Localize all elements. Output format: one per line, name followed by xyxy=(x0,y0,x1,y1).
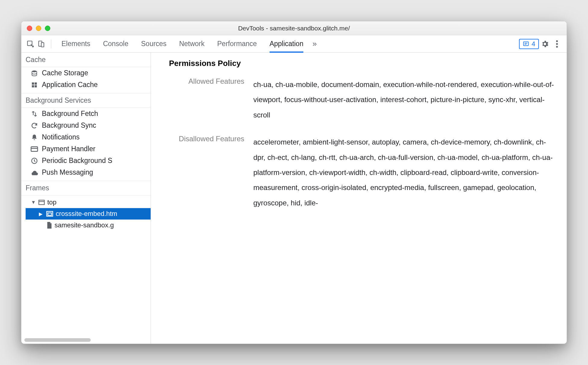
more-options-button[interactable] xyxy=(551,40,563,48)
allowed-features-label: Allowed Features xyxy=(169,77,244,123)
svg-rect-8 xyxy=(32,82,34,84)
frame-tree-item-samesite-sandbox[interactable]: samesite-sandbox.g xyxy=(26,220,151,231)
application-sidebar[interactable]: Cache Cache Storage Application Cache Ba… xyxy=(21,53,151,344)
sync-icon xyxy=(30,122,38,129)
sidebar-item-label: Background Sync xyxy=(42,121,96,129)
sidebar-item-push-messaging[interactable]: Push Messaging xyxy=(21,167,151,178)
sidebar-item-notifications[interactable]: Notifications xyxy=(21,131,151,143)
frame-tree-item-top[interactable]: ▼ top xyxy=(26,197,151,208)
issues-icon xyxy=(523,41,529,47)
gear-icon xyxy=(541,40,549,48)
tab-sources[interactable]: Sources xyxy=(141,35,166,53)
transfer-icon xyxy=(30,110,38,118)
sidebar-item-label: Application Cache xyxy=(42,81,98,89)
svg-rect-12 xyxy=(31,147,38,151)
svg-point-4 xyxy=(556,40,558,42)
svg-point-6 xyxy=(556,46,558,48)
sidebar-item-label: Periodic Background S xyxy=(42,157,112,165)
settings-button[interactable] xyxy=(539,40,551,48)
grid-icon xyxy=(30,81,38,89)
devtools-toolbar: Elements Console Sources Network Perform… xyxy=(21,35,567,53)
disallowed-features-label: Disallowed Features xyxy=(169,135,244,211)
tab-console[interactable]: Console xyxy=(103,35,128,53)
panel-tabs: Elements Console Sources Network Perform… xyxy=(61,35,303,53)
frame-tree-item-label: samesite-sandbox.g xyxy=(55,221,114,229)
sidebar-item-application-cache[interactable]: Application Cache xyxy=(21,79,151,91)
section-header-background-services: Background Services xyxy=(21,93,151,108)
disallowed-features-value: accelerometer, ambient-light-sensor, aut… xyxy=(253,135,558,211)
tab-network[interactable]: Network xyxy=(179,35,205,53)
device-toggle-icon[interactable] xyxy=(36,39,47,49)
bell-icon xyxy=(30,133,38,141)
permissions-policy-heading: Permissions Policy xyxy=(169,59,558,68)
svg-point-7 xyxy=(32,70,37,72)
window-title: DevTools - samesite-sandbox.glitch.me/ xyxy=(21,25,567,32)
inspect-element-icon[interactable] xyxy=(25,39,36,49)
tab-application[interactable]: Application xyxy=(270,35,304,53)
svg-rect-14 xyxy=(39,200,44,205)
frames-tree: ▼ top ▶ crosssite-embed.htm samesite-san… xyxy=(21,195,151,232)
tab-elements[interactable]: Elements xyxy=(61,35,90,53)
sidebar-item-background-sync[interactable]: Background Sync xyxy=(21,120,151,131)
allowed-features-row: Allowed Features ch-ua, ch-ua-mobile, do… xyxy=(169,77,558,123)
frame-tree-item-label: crosssite-embed.htm xyxy=(56,210,117,218)
svg-rect-10 xyxy=(32,85,34,87)
sidebar-horizontal-scrollbar[interactable] xyxy=(24,338,142,342)
svg-rect-3 xyxy=(524,42,529,45)
issues-badge[interactable]: 4 xyxy=(519,39,539,49)
sidebar-item-background-fetch[interactable]: Background Fetch xyxy=(21,108,151,120)
svg-rect-11 xyxy=(35,85,37,87)
sidebar-item-label: Payment Handler xyxy=(42,145,95,153)
card-icon xyxy=(30,145,38,153)
sidebar-item-cache-storage[interactable]: Cache Storage xyxy=(21,67,151,79)
cloud-icon xyxy=(30,169,38,176)
sidebar-item-payment-handler[interactable]: Payment Handler xyxy=(21,143,151,155)
frame-tree-item-crosssite-embed[interactable]: ▶ crosssite-embed.htm xyxy=(26,208,151,220)
tab-performance[interactable]: Performance xyxy=(217,35,257,53)
chevron-right-icon: ▶ xyxy=(39,211,44,217)
toolbar-divider xyxy=(51,39,51,48)
svg-rect-9 xyxy=(35,82,37,84)
more-tabs-button[interactable]: » xyxy=(312,39,317,48)
section-header-cache: Cache xyxy=(21,53,151,67)
sidebar-item-label: Push Messaging xyxy=(42,168,93,176)
kebab-icon xyxy=(556,40,558,48)
allowed-features-value: ch-ua, ch-ua-mobile, document-domain, ex… xyxy=(253,77,558,123)
window-titlebar: DevTools - samesite-sandbox.glitch.me/ xyxy=(21,21,567,35)
frame-tree-item-label: top xyxy=(47,198,57,206)
sidebar-item-label: Cache Storage xyxy=(42,69,88,77)
svg-rect-2 xyxy=(41,42,44,47)
devtools-window: DevTools - samesite-sandbox.glitch.me/ E… xyxy=(21,21,567,344)
issues-count: 4 xyxy=(532,40,535,48)
disallowed-features-row: Disallowed Features accelerometer, ambie… xyxy=(169,135,558,211)
stack-icon xyxy=(30,69,38,77)
sidebar-item-periodic-background-sync[interactable]: Periodic Background S xyxy=(21,155,151,167)
clock-icon xyxy=(30,157,38,165)
svg-point-5 xyxy=(556,43,558,45)
file-icon xyxy=(47,222,52,229)
section-header-frames: Frames xyxy=(21,181,151,195)
svg-rect-16 xyxy=(48,213,52,215)
sidebar-item-label: Background Fetch xyxy=(42,110,98,118)
embed-icon xyxy=(46,211,53,217)
sidebar-item-label: Notifications xyxy=(42,133,80,141)
window-icon xyxy=(38,199,45,205)
frame-details-pane[interactable]: Permissions Policy Allowed Features ch-u… xyxy=(151,53,567,344)
chevron-down-icon: ▼ xyxy=(31,200,36,205)
